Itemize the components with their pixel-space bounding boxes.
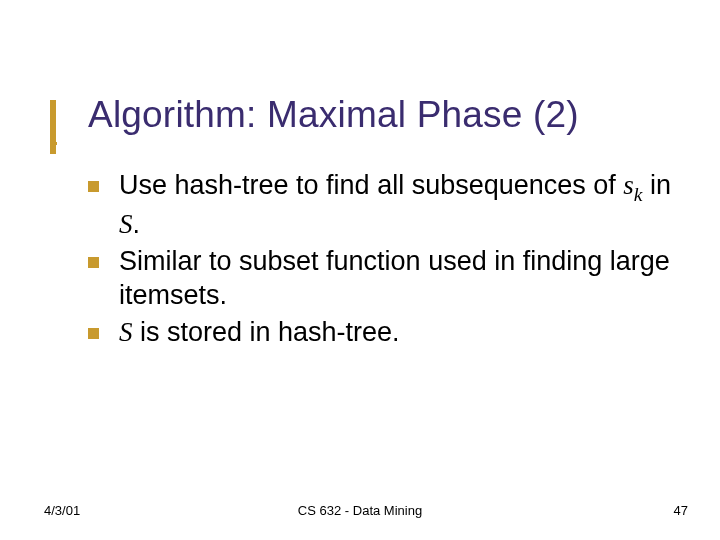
- square-bullet-icon: [88, 328, 99, 339]
- text-run: is stored in hash-tree.: [133, 317, 400, 347]
- bullet-item: S is stored in hash-tree.: [88, 315, 684, 350]
- var-s: s: [623, 170, 634, 200]
- footer-page-number: 47: [674, 503, 688, 518]
- var-S: S: [119, 209, 133, 239]
- title-accent-bar: [50, 100, 56, 154]
- text-run: in: [642, 170, 671, 200]
- square-bullet-icon: [88, 181, 99, 192]
- bullet-text: Use hash-tree to find all subsequences o…: [119, 168, 684, 242]
- var-sub-k: k: [634, 184, 643, 205]
- square-bullet-icon: [88, 257, 99, 268]
- var-S: S: [119, 317, 133, 347]
- footer: 4/3/01 CS 632 - Data Mining 47: [0, 498, 720, 518]
- text-run: Use hash-tree to find all subsequences o…: [119, 170, 623, 200]
- title-container: Algorithm: Maximal Phase (2): [88, 94, 700, 136]
- bullet-item: Use hash-tree to find all subsequences o…: [88, 168, 684, 242]
- slide-title: Algorithm: Maximal Phase (2): [88, 94, 700, 136]
- bullet-text: S is stored in hash-tree.: [119, 315, 400, 350]
- bullet-text: Similar to subset function used in findi…: [119, 244, 684, 313]
- bullet-item: Similar to subset function used in findi…: [88, 244, 684, 313]
- slide: Algorithm: Maximal Phase (2) Use hash-tr…: [0, 0, 720, 540]
- content-area: Use hash-tree to find all subsequences o…: [88, 168, 684, 351]
- text-run: .: [133, 209, 141, 239]
- title-underline: [50, 142, 57, 145]
- text-run: Similar to subset function used in findi…: [119, 246, 670, 311]
- footer-course: CS 632 - Data Mining: [0, 503, 720, 518]
